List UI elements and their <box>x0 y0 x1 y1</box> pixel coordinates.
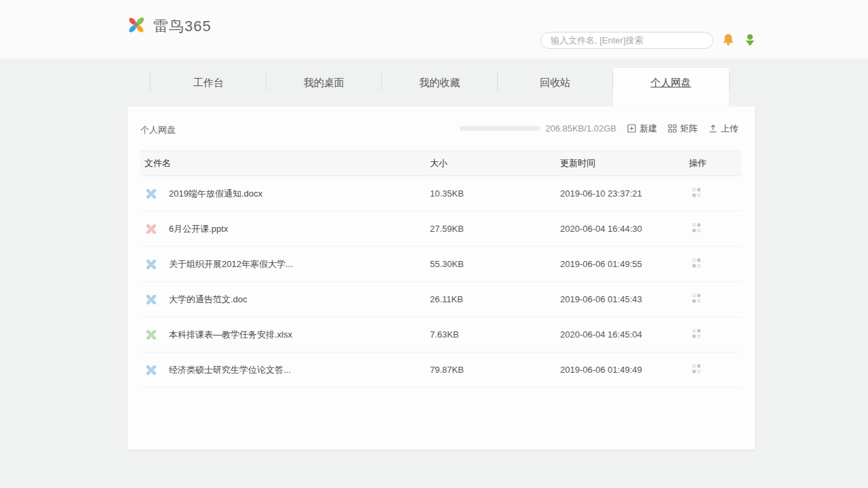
user-download-icon[interactable] <box>741 30 760 49</box>
bell-icon[interactable] <box>719 30 738 49</box>
matrix-action-icon[interactable] <box>692 364 701 373</box>
file-type-icon <box>144 258 159 271</box>
file-size: 55.30KB <box>430 259 560 269</box>
file-updated: 2020-06-04 16:44:30 <box>560 224 689 234</box>
file-updated: 2019-06-10 23:37:21 <box>560 188 689 199</box>
tab-personal-drive[interactable]: 个人网盘 <box>613 68 729 106</box>
upload-button[interactable]: 上传 <box>709 123 738 135</box>
new-button-label: 新建 <box>639 123 657 135</box>
file-type-icon <box>144 293 159 306</box>
tab-my-favorites[interactable]: 我的收藏 <box>382 68 498 106</box>
column-header-updated: 更新时间 <box>560 157 689 169</box>
storage-usage-text: 206.85KB/1.02GB <box>545 123 616 134</box>
table-row: 经济类硕士研究生学位论文答... 79.87KB 2019-06-06 01:4… <box>140 352 742 388</box>
upload-button-label: 上传 <box>721 123 738 135</box>
table-row: 大学的通告范文.doc 26.11KB 2019-06-06 01:45:43 <box>140 282 742 317</box>
matrix-button-label: 矩阵 <box>680 123 698 135</box>
upload-icon <box>709 124 717 133</box>
table-row: 关于组织开展2012年寒假大学... 55.30KB 2019-06-06 01… <box>140 247 742 282</box>
search-input[interactable] <box>540 32 713 49</box>
file-size: 27.59KB <box>430 224 560 234</box>
personal-drive-panel: 个人网盘 206.85KB/1.02GB 新建 <box>127 106 755 449</box>
file-name[interactable]: 关于组织开展2012年寒假大学... <box>169 258 293 270</box>
main-nav: 工作台 我的桌面 我的收藏 回收站 个人网盘 <box>151 68 730 106</box>
file-name[interactable]: 本科排课表—教学任务安排.xlsx <box>169 329 292 341</box>
table-row: 本科排课表—教学任务安排.xlsx 7.63KB 2020-06-04 16:4… <box>140 317 742 352</box>
storage-progress-bar <box>460 126 540 131</box>
file-updated: 2019-06-06 01:49:55 <box>560 259 689 269</box>
app-title: 雷鸟365 <box>153 16 212 37</box>
file-type-icon <box>144 187 159 201</box>
tab-recycle-bin[interactable]: 回收站 <box>498 68 614 106</box>
matrix-action-icon[interactable] <box>692 329 701 338</box>
file-size: 10.35KB <box>430 188 560 199</box>
matrix-action-icon[interactable] <box>692 258 701 268</box>
matrix-action-icon[interactable] <box>692 223 701 232</box>
table-row: 2019端午放假通知.docx 10.35KB 2019-06-10 23:37… <box>140 176 742 211</box>
matrix-button[interactable]: 矩阵 <box>668 123 698 135</box>
file-updated: 2019-06-06 01:49:49 <box>560 365 689 375</box>
brand: 雷鸟365 <box>125 15 212 38</box>
tab-my-desktop[interactable]: 我的桌面 <box>267 68 382 106</box>
new-button[interactable]: 新建 <box>627 123 657 135</box>
app-logo-icon <box>125 15 148 38</box>
tab-workbench[interactable]: 工作台 <box>151 68 267 106</box>
tab-label: 我的桌面 <box>304 77 344 88</box>
grid-icon <box>668 124 677 133</box>
file-size: 26.11KB <box>430 294 560 304</box>
file-name[interactable]: 2019端午放假通知.docx <box>169 188 262 200</box>
file-table: 文件名 大小 更新时间 操作 2019端午放假通知.docx 10.35KB 2… <box>140 150 742 388</box>
matrix-action-icon[interactable] <box>692 188 701 197</box>
file-updated: 2019-06-06 01:45:43 <box>560 294 689 304</box>
file-name[interactable]: 经济类硕士研究生学位论文答... <box>169 364 291 376</box>
file-size: 7.63KB <box>430 329 560 340</box>
tab-label: 个人网盘 <box>650 77 691 88</box>
column-header-ops: 操作 <box>689 157 742 169</box>
new-file-icon <box>627 124 636 133</box>
matrix-action-icon[interactable] <box>692 293 701 303</box>
file-size: 79.87KB <box>430 365 560 375</box>
column-header-size: 大小 <box>430 157 560 169</box>
file-type-icon <box>144 222 159 236</box>
panel-title: 个人网盘 <box>140 124 176 136</box>
column-header-name: 文件名 <box>140 157 430 169</box>
storage-progress-fill <box>460 126 461 131</box>
file-name[interactable]: 大学的通告范文.doc <box>169 293 248 306</box>
tab-label: 我的收藏 <box>419 77 460 88</box>
file-updated: 2020-06-04 16:45:04 <box>560 329 689 340</box>
search-box <box>540 32 713 49</box>
table-header-row: 文件名 大小 更新时间 操作 <box>140 150 742 176</box>
panel-header: 个人网盘 206.85KB/1.02GB 新建 <box>127 106 755 150</box>
top-bar: 雷鸟365 <box>0 0 868 58</box>
file-type-icon <box>144 363 159 377</box>
table-row: 6月公开课.pptx 27.59KB 2020-06-04 16:44:30 <box>140 211 742 247</box>
file-type-icon <box>144 328 159 342</box>
tab-label: 工作台 <box>193 77 224 88</box>
file-name[interactable]: 6月公开课.pptx <box>169 223 228 235</box>
tab-label: 回收站 <box>540 77 570 88</box>
